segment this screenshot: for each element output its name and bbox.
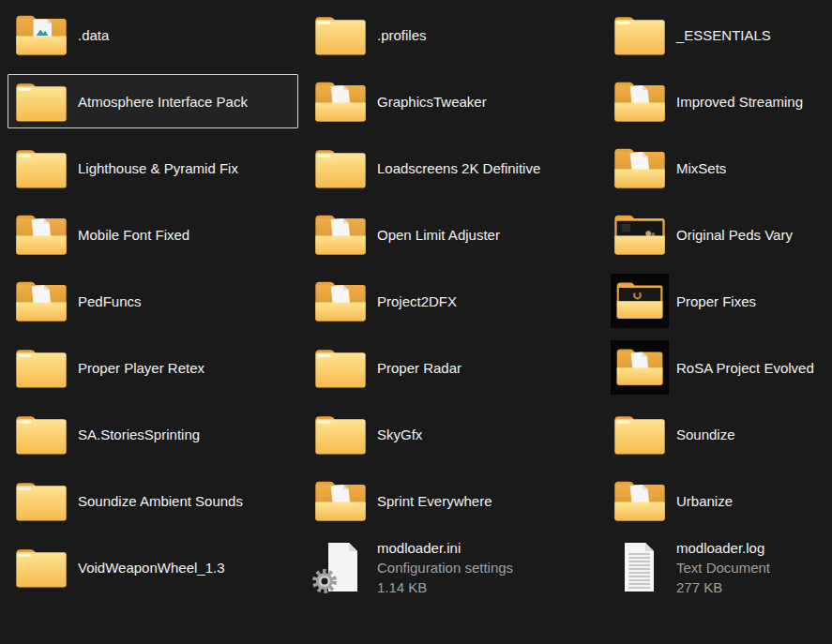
file-text-block: SkyGfx [377, 425, 422, 444]
file-tile[interactable]: _ESSENTIALS [606, 7, 832, 62]
folder-paper-icon [611, 74, 669, 128]
file-tile[interactable]: .profiles [307, 7, 598, 62]
file-text-block: Atmosphere Interface Pack [78, 92, 248, 112]
file-name: Urbanize [676, 491, 733, 511]
file-text-block: .profiles [377, 25, 427, 45]
file-name: Soundize Ambient Sounds [78, 491, 243, 511]
folder-photo-dark-icon [611, 274, 669, 328]
file-text-block: Original Peds Vary [676, 225, 793, 245]
file-meta-block: Text Document277 KB [676, 558, 770, 597]
file-text-block: SA.StoriesSprinting [78, 425, 200, 444]
file-text-block: modloader.ini Configuration settings1.14… [377, 538, 513, 597]
file-text-block: Lighthouse & Pyramid Fix [78, 158, 238, 178]
file-text-block: _ESSENTIALS [676, 25, 771, 45]
file-tile[interactable]: GraphicsTweaker [307, 74, 598, 128]
folder-icon [12, 407, 70, 461]
file-name: RoSA Project Evolved [676, 358, 814, 378]
folder-icon [311, 7, 370, 62]
file-name: PedFuncs [78, 292, 142, 311]
file-meta-line: Text Document [676, 558, 770, 577]
folder-image-icon [12, 7, 70, 62]
file-name: Loadscreens 2K Definitive [377, 158, 540, 178]
file-tile[interactable]: .data [8, 7, 298, 62]
file-text-icon [611, 540, 669, 594]
file-tile[interactable]: Soundize Ambient Sounds [8, 473, 298, 528]
file-name: Project2DFX [377, 292, 457, 311]
file-meta-line: Configuration settings [377, 558, 513, 577]
file-tile[interactable]: Improved Streaming [606, 74, 832, 128]
file-name: Lighthouse & Pyramid Fix [78, 158, 238, 178]
folder-paper-icon [311, 207, 370, 262]
file-tile[interactable]: Project2DFX [307, 274, 598, 328]
file-text-block: Proper Player Retex [78, 358, 204, 378]
file-text-block: Open Limit Adjuster [377, 225, 500, 245]
folder-icon [12, 473, 70, 528]
file-name: modloader.ini [377, 538, 513, 558]
file-tile[interactable]: Proper Player Retex [8, 340, 298, 395]
file-text-block: Project2DFX [377, 292, 457, 311]
folder-photo-icon [611, 207, 669, 262]
file-text-block: VoidWeaponWheel_1.3 [78, 558, 225, 577]
file-name: Open Limit Adjuster [377, 225, 500, 245]
file-tile[interactable]: Proper Fixes [606, 274, 832, 328]
file-text-block: Soundize [676, 425, 735, 444]
folder-icon [311, 340, 370, 395]
file-name: Soundize [676, 425, 735, 444]
file-tile[interactable]: VoidWeaponWheel_1.3 [8, 540, 298, 594]
file-name: .profiles [377, 25, 427, 45]
file-name: Sprint Everywhere [377, 491, 492, 511]
file-tile[interactable]: modloader.ini Configuration settings1.14… [307, 540, 598, 594]
file-text-block: Proper Radar [377, 358, 461, 378]
file-tile[interactable]: Sprint Everywhere [307, 473, 598, 528]
file-tile[interactable]: Proper Radar [307, 340, 598, 395]
file-tile[interactable]: Urbanize [606, 473, 832, 528]
file-text-block: Soundize Ambient Sounds [78, 491, 243, 511]
file-name: Original Peds Vary [676, 225, 793, 245]
folder-paper-icon [12, 274, 70, 328]
file-tile[interactable]: Open Limit Adjuster [307, 207, 598, 262]
file-tile[interactable]: SkyGfx [307, 407, 598, 461]
file-text-block: Urbanize [676, 491, 733, 511]
folder-icon [611, 407, 669, 461]
file-name: .data [78, 25, 109, 45]
file-tile[interactable]: Soundize [606, 407, 832, 461]
file-meta-line: 1.14 KB [377, 577, 513, 597]
file-text-block: Improved Streaming [676, 92, 803, 112]
file-name: _ESSENTIALS [676, 25, 771, 45]
file-tile[interactable]: Loadscreens 2K Definitive [307, 141, 598, 195]
file-text-block: Sprint Everywhere [377, 491, 492, 511]
file-tile[interactable]: RoSA Project Evolved [606, 340, 832, 395]
file-name: modloader.log [676, 538, 770, 558]
file-meta-line: 277 KB [676, 577, 770, 597]
file-tile[interactable]: Lighthouse & Pyramid Fix [8, 141, 298, 195]
file-text-block: .data [78, 25, 109, 45]
folder-icon [311, 407, 370, 461]
file-tile[interactable]: MixSets [606, 141, 832, 195]
file-meta-block: Configuration settings1.14 KB [377, 558, 513, 597]
file-tile[interactable]: SA.StoriesSprinting [8, 407, 298, 461]
file-tile[interactable]: PedFuncs [8, 274, 298, 328]
file-text-block: Proper Fixes [676, 292, 756, 311]
file-tile[interactable]: Original Peds Vary [606, 207, 832, 262]
file-tile[interactable]: Mobile Font Fixed [8, 207, 298, 262]
file-name: SkyGfx [377, 425, 422, 444]
folder-paper-icon [311, 473, 370, 528]
file-text-block: GraphicsTweaker [377, 92, 487, 112]
file-tile[interactable]: modloader.log Text Document277 KB [606, 540, 832, 594]
file-grid: .data .profiles _ESSENTIALS Atmosphere I… [0, 0, 832, 594]
file-text-block: MixSets [676, 158, 726, 178]
folder-paper-icon [611, 141, 669, 195]
file-name: Mobile Font Fixed [78, 225, 189, 245]
file-name: GraphicsTweaker [377, 92, 487, 112]
folder-paper-dark-icon [611, 340, 669, 395]
folder-icon [311, 141, 370, 195]
folder-icon [12, 540, 70, 594]
file-name: MixSets [676, 158, 726, 178]
file-gear-icon [311, 540, 370, 594]
file-text-block: RoSA Project Evolved [676, 358, 814, 378]
file-name: SA.StoriesSprinting [78, 425, 200, 444]
file-tile[interactable]: Atmosphere Interface Pack [8, 74, 298, 128]
folder-paper-icon [311, 274, 370, 328]
file-text-block: Mobile Font Fixed [78, 225, 189, 245]
folder-icon [12, 340, 70, 395]
